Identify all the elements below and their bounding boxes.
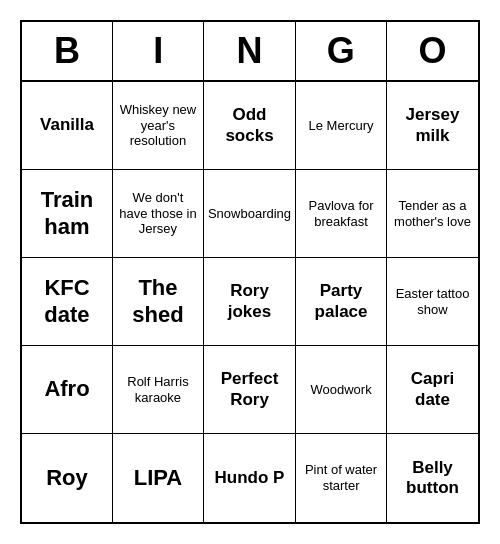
bingo-cell[interactable]: Capri date — [387, 346, 478, 434]
cell-text: Tender as a mother's love — [391, 198, 474, 229]
bingo-cell[interactable]: Hundo P — [204, 434, 296, 522]
cell-text: Roy — [46, 465, 88, 491]
bingo-cell[interactable]: Snowboarding — [204, 170, 296, 258]
bingo-cell[interactable]: Le Mercury — [296, 82, 387, 170]
bingo-cell[interactable]: Tender as a mother's love — [387, 170, 478, 258]
cell-text: Hundo P — [215, 468, 285, 488]
bingo-cell[interactable]: Rolf Harris karaoke — [113, 346, 204, 434]
bingo-cell[interactable]: Pavlova for breakfast — [296, 170, 387, 258]
bingo-cell[interactable]: Rory jokes — [204, 258, 296, 346]
bingo-cell[interactable]: Jersey milk — [387, 82, 478, 170]
cell-text: Snowboarding — [208, 206, 291, 222]
bingo-cell[interactable]: We don't have those in Jersey — [113, 170, 204, 258]
cell-text: Party palace — [300, 281, 382, 322]
cell-text: Vanilla — [40, 115, 94, 135]
header-letter: B — [22, 22, 113, 80]
bingo-cell[interactable]: Perfect Rory — [204, 346, 296, 434]
header-letter: I — [113, 22, 204, 80]
bingo-cell[interactable]: Roy — [22, 434, 113, 522]
bingo-cell[interactable]: Whiskey new year's resolution — [113, 82, 204, 170]
cell-text: Belly button — [391, 458, 474, 499]
bingo-cell[interactable]: The shed — [113, 258, 204, 346]
cell-text: Perfect Rory — [208, 369, 291, 410]
cell-text: Pint of water starter — [300, 462, 382, 493]
cell-text: Whiskey new year's resolution — [117, 102, 199, 149]
cell-text: LIPA — [134, 465, 182, 491]
cell-text: We don't have those in Jersey — [117, 190, 199, 237]
cell-text: Woodwork — [310, 382, 371, 398]
bingo-cell[interactable]: Odd socks — [204, 82, 296, 170]
cell-text: Afro — [44, 376, 89, 402]
cell-text: Pavlova for breakfast — [300, 198, 382, 229]
cell-text: Rory jokes — [208, 281, 291, 322]
bingo-cell[interactable]: Afro — [22, 346, 113, 434]
header-letter: O — [387, 22, 478, 80]
cell-text: Rolf Harris karaoke — [117, 374, 199, 405]
cell-text: Jersey milk — [391, 105, 474, 146]
bingo-cell[interactable]: Woodwork — [296, 346, 387, 434]
bingo-card: BINGO VanillaWhiskey new year's resoluti… — [20, 20, 480, 524]
cell-text: Odd socks — [208, 105, 291, 146]
bingo-grid: VanillaWhiskey new year's resolutionOdd … — [22, 82, 478, 522]
bingo-cell[interactable]: Party palace — [296, 258, 387, 346]
cell-text: Train ham — [26, 187, 108, 240]
cell-text: KFC date — [26, 275, 108, 328]
header-letter: G — [296, 22, 387, 80]
bingo-cell[interactable]: Train ham — [22, 170, 113, 258]
bingo-cell[interactable]: Pint of water starter — [296, 434, 387, 522]
bingo-cell[interactable]: Easter tattoo show — [387, 258, 478, 346]
cell-text: Capri date — [391, 369, 474, 410]
cell-text: Le Mercury — [309, 118, 374, 134]
cell-text: Easter tattoo show — [391, 286, 474, 317]
bingo-cell[interactable]: KFC date — [22, 258, 113, 346]
header-letter: N — [204, 22, 295, 80]
cell-text: The shed — [117, 275, 199, 328]
bingo-cell[interactable]: Belly button — [387, 434, 478, 522]
bingo-header: BINGO — [22, 22, 478, 82]
bingo-cell[interactable]: Vanilla — [22, 82, 113, 170]
bingo-cell[interactable]: LIPA — [113, 434, 204, 522]
